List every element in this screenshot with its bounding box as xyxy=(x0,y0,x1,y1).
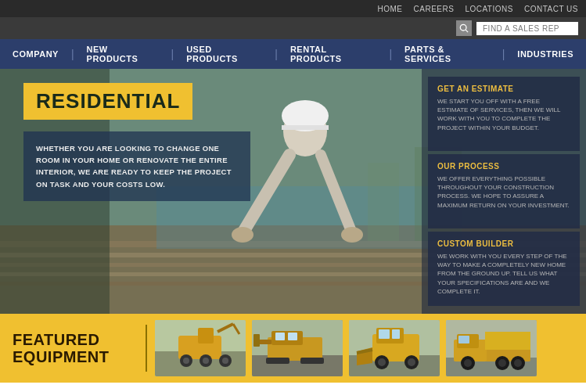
svg-rect-49 xyxy=(379,329,390,339)
equipment-image-1[interactable] xyxy=(155,320,246,376)
top-nav-locations[interactable]: LOCATIONS xyxy=(465,5,513,13)
estimate-body: WE START YOU OFF WITH A FREE ESTIMATE OF… xyxy=(437,97,570,132)
hero-description: WHETHER YOU ARE LOOKING TO CHANGE ONE RO… xyxy=(36,142,238,190)
featured-title-text: FEATURED EQUIPMENT xyxy=(13,331,138,365)
nav-rental-products[interactable]: RENTAL PRODUCTS xyxy=(278,39,390,69)
main-navigation: COMPANY | NEW PRODUCTS | USED PRODUCTS |… xyxy=(0,39,586,69)
dump-truck-icon xyxy=(446,320,537,376)
nav-parts-services[interactable]: PARTS & SERVICES xyxy=(392,39,502,69)
featured-title: FEATURED EQUIPMENT xyxy=(13,331,138,365)
nav-industries[interactable]: INDUSTRIES xyxy=(505,39,586,69)
svg-rect-38 xyxy=(266,358,289,364)
hero-description-box: WHETHER YOU ARE LOOKING TO CHANGE ONE RO… xyxy=(23,131,250,201)
featured-images xyxy=(155,320,586,376)
svg-point-14 xyxy=(341,227,363,243)
custom-builder-heading: CUSTOM BUILDER xyxy=(437,239,570,248)
equipment-image-3[interactable] xyxy=(349,320,440,376)
svg-point-46 xyxy=(378,358,386,366)
svg-point-27 xyxy=(203,358,209,364)
process-card[interactable]: OUR PROCESS WE OFFER EVERYTHING POSSIBLE… xyxy=(428,154,580,228)
custom-builder-body: WE WORK WITH YOU EVERY STEP OF THE WAY T… xyxy=(437,252,570,296)
svg-rect-39 xyxy=(300,358,324,364)
top-nav-contact[interactable]: CONTACT US xyxy=(524,5,578,13)
svg-point-61 xyxy=(498,359,506,367)
svg-rect-35 xyxy=(253,334,260,347)
hero-title: RESIDENTIAL xyxy=(36,89,180,113)
search-bar xyxy=(0,17,586,39)
svg-rect-57 xyxy=(458,336,469,343)
svg-rect-37 xyxy=(288,333,297,340)
loader-icon xyxy=(349,320,440,376)
excavator-icon xyxy=(155,320,246,376)
equipment-image-4[interactable] xyxy=(446,320,537,376)
nav-used-products[interactable]: USED PRODUCTS xyxy=(174,39,275,69)
nav-company[interactable]: COMPANY xyxy=(0,39,71,69)
svg-rect-36 xyxy=(275,333,285,340)
svg-point-29 xyxy=(222,358,228,364)
hero-title-box: RESIDENTIAL xyxy=(23,83,192,120)
svg-point-25 xyxy=(183,358,189,364)
estimate-card[interactable]: GET AN ESTIMATE WE START YOU OFF WITH A … xyxy=(428,77,580,151)
featured-divider xyxy=(146,325,147,372)
find-sales-rep-input[interactable] xyxy=(476,22,578,35)
svg-line-1 xyxy=(466,30,468,32)
svg-marker-56 xyxy=(485,332,530,350)
search-icon xyxy=(459,23,469,33)
svg-point-59 xyxy=(464,359,472,367)
top-nav-home[interactable]: HOME xyxy=(378,5,403,13)
estimate-heading: GET AN ESTIMATE xyxy=(437,85,570,93)
svg-point-0 xyxy=(460,24,466,31)
process-heading: OUR PROCESS xyxy=(437,162,570,171)
featured-equipment-section: FEATURED EQUIPMENT xyxy=(0,314,586,383)
side-panel: GET AN ESTIMATE WE START YOU OFF WITH A … xyxy=(422,69,586,314)
svg-rect-12 xyxy=(282,125,329,130)
top-navigation: HOME CAREERS LOCATIONS CONTACT US xyxy=(0,0,586,17)
nav-new-products[interactable]: NEW PRODUCTS xyxy=(74,39,171,69)
svg-rect-50 xyxy=(392,329,400,339)
search-icon-wrap xyxy=(456,20,472,36)
hero-section: RESIDENTIAL WHETHER YOU ARE LOOKING TO C… xyxy=(0,69,586,314)
skid-steer-icon xyxy=(252,320,343,376)
svg-point-63 xyxy=(514,359,522,367)
svg-point-48 xyxy=(408,358,415,366)
top-nav-careers[interactable]: CAREERS xyxy=(414,5,455,13)
svg-point-13 xyxy=(232,227,253,243)
equipment-image-2[interactable] xyxy=(252,320,343,376)
process-body: WE OFFER EVERYTHING POSSIBLE THROUGHOUT … xyxy=(437,174,570,210)
svg-rect-21 xyxy=(198,328,214,343)
svg-rect-17 xyxy=(368,163,399,241)
custom-builder-card[interactable]: CUSTOM BUILDER WE WORK WITH YOU EVERY ST… xyxy=(428,232,580,306)
